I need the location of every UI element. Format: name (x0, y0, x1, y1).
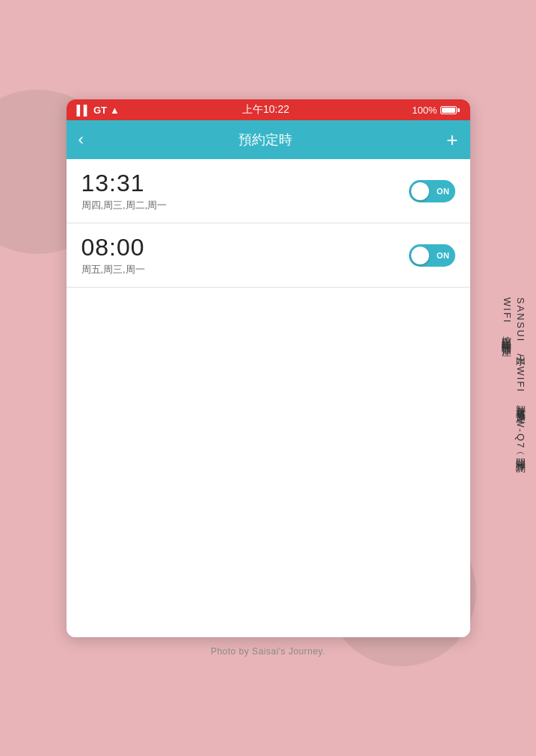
toggle-track-1: ON (409, 180, 455, 202)
toggle-thumb-2 (411, 247, 429, 264)
status-bar: ▌▌ GT ▲ 上午10:22 100% (67, 99, 470, 120)
toggle-label-2: ON (437, 251, 450, 260)
side-text: SANSUI 山水 // WIFI 智慧省電插座 SW-Q7（開箱評測）WIFI… (500, 297, 527, 459)
toggle-track-2: ON (409, 244, 455, 267)
status-carrier: ▌▌ GT ▲ (77, 105, 120, 116)
signal-bars: ▌▌ (77, 105, 90, 116)
add-button[interactable]: + (446, 130, 458, 149)
page-wrapper: ▌▌ GT ▲ 上午10:22 100% ‹ 預約定時 + (67, 99, 470, 657)
battery-icon (440, 106, 460, 114)
schedule-days-1: 周四,周三,周二,周一 (81, 199, 167, 212)
status-battery: 100% (412, 105, 459, 116)
schedule-item-1: 13:31 周四,周三,周二,周一 ON (67, 159, 470, 223)
side-text-container: SANSUI 山水 // WIFI 智慧省電插座 SW-Q7（開箱評測）WIFI… (500, 0, 527, 756)
schedule-time-2: 08:00 (81, 234, 145, 261)
nav-title: 預約定時 (238, 131, 292, 149)
content-area: 13:31 周四,周三,周二,周一 ON 08:00 周五,周三,周一 (67, 159, 470, 637)
schedule-item-2: 08:00 周五,周三,周一 ON (67, 223, 470, 288)
footer-text: Photo by Saisai's Journey. (211, 646, 325, 657)
battery-percent: 100% (412, 105, 437, 116)
toggle-2[interactable]: ON (409, 244, 455, 267)
toggle-label-1: ON (437, 187, 450, 196)
back-button[interactable]: ‹ (78, 131, 84, 148)
phone-frame: ▌▌ GT ▲ 上午10:22 100% ‹ 預約定時 + (67, 99, 470, 637)
status-time: 上午10:22 (242, 103, 289, 117)
toggle-thumb-1 (411, 182, 429, 200)
schedule-time-1: 13:31 (81, 170, 167, 197)
schedule-info-2: 08:00 周五,周三,周一 (81, 234, 145, 276)
schedule-days-2: 周五,周三,周一 (81, 263, 145, 276)
toggle-1[interactable]: ON (409, 180, 455, 202)
schedule-info-1: 13:31 周四,周三,周二,周一 (81, 170, 167, 212)
wifi-icon: ▲ (110, 105, 120, 116)
nav-bar: ‹ 預約定時 + (67, 120, 470, 159)
carrier-label: GT (93, 105, 107, 116)
